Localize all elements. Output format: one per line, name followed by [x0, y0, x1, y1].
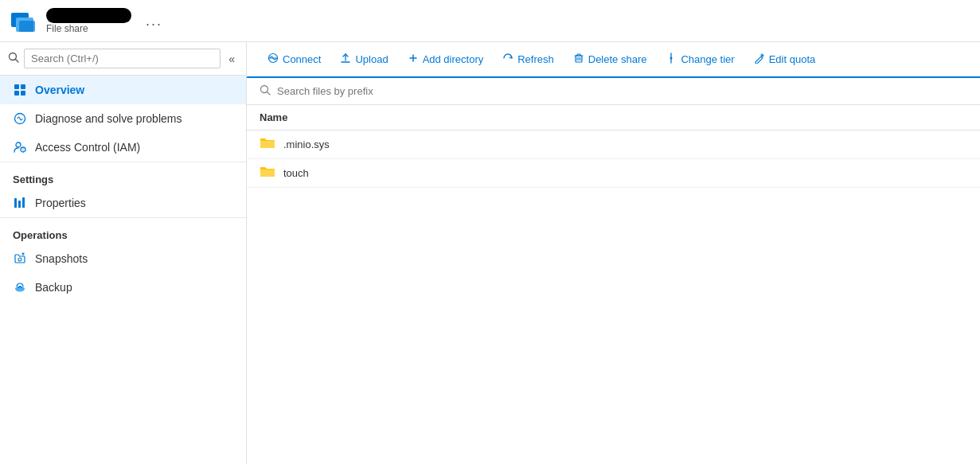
backup-icon [13, 280, 27, 294]
operations-section-label: Operations [0, 217, 246, 244]
svg-line-33 [267, 92, 271, 96]
svg-point-10 [16, 142, 21, 147]
svg-point-17 [18, 258, 21, 261]
svg-rect-8 [21, 91, 25, 96]
settings-section-label: Settings [0, 162, 246, 189]
svg-point-18 [15, 287, 25, 292]
sidebar-properties-label: Properties [35, 197, 86, 209]
file-search-bar [247, 78, 980, 105]
svg-line-4 [16, 60, 19, 63]
top-header: File share ... [0, 0, 980, 42]
change-tier-button[interactable]: Change tier [658, 49, 742, 70]
svg-rect-15 [18, 201, 21, 208]
sidebar-snapshots-label: Snapshots [35, 252, 88, 265]
upload-label: Upload [355, 53, 388, 65]
refresh-label: Refresh [517, 53, 554, 65]
sidebar-item-diagnose[interactable]: Diagnose and solve problems [0, 104, 246, 133]
header-resource-name [46, 8, 131, 23]
connect-icon [267, 53, 279, 66]
edit-quota-icon [754, 53, 765, 66]
add-directory-icon [408, 53, 419, 66]
sidebar-item-iam[interactable]: Access Control (IAM) [0, 133, 246, 162]
search-icon [8, 52, 19, 65]
main-layout: « Overview Diagnose and solve p [0, 42, 980, 464]
sidebar-collapse-button[interactable]: « [225, 51, 238, 67]
connect-button[interactable]: Connect [260, 49, 329, 70]
sidebar: « Overview Diagnose and solve p [0, 42, 247, 464]
file-list: Name .minio.sys touch [247, 105, 980, 464]
add-directory-label: Add directory [423, 53, 484, 65]
sidebar-search-input[interactable] [24, 49, 221, 68]
properties-icon [13, 196, 27, 210]
header-title-group: File share [46, 8, 131, 34]
iam-icon [13, 140, 27, 154]
file-name: .minio.sys [283, 138, 330, 150]
file-row[interactable]: touch [247, 159, 980, 188]
toolbar: Connect Upload [247, 42, 980, 78]
sidebar-item-overview[interactable]: Overview [0, 76, 246, 104]
sidebar-item-properties[interactable]: Properties [0, 189, 246, 217]
change-tier-icon [666, 53, 677, 66]
sidebar-iam-label: Access Control (IAM) [35, 141, 140, 154]
file-search-input[interactable] [277, 85, 967, 97]
refresh-button[interactable]: Refresh [494, 49, 562, 70]
refresh-icon [502, 53, 513, 66]
sidebar-search-bar: « [0, 42, 246, 76]
folder-icon [260, 137, 275, 152]
sidebar-item-snapshots[interactable]: Snapshots [0, 244, 246, 273]
delete-share-button[interactable]: Delete share [565, 49, 655, 70]
folder-icon [260, 166, 275, 181]
file-name: touch [283, 167, 309, 179]
diagnose-icon [13, 111, 27, 126]
snapshots-icon [13, 251, 27, 266]
svg-rect-16 [22, 197, 25, 208]
svg-rect-6 [21, 84, 25, 89]
upload-icon [340, 53, 351, 66]
upload-button[interactable]: Upload [332, 49, 396, 70]
app-icon [10, 6, 38, 35]
name-column-header: Name [260, 111, 287, 123]
sidebar-backup-label: Backup [35, 281, 72, 294]
change-tier-label: Change tier [681, 53, 734, 65]
header-subtitle: File share [46, 23, 131, 34]
overview-icon [13, 83, 27, 97]
connect-label: Connect [283, 53, 321, 65]
edit-quota-label: Edit quota [769, 53, 816, 65]
file-search-icon [260, 84, 271, 98]
file-row[interactable]: .minio.sys [247, 131, 980, 159]
file-list-header: Name [247, 105, 980, 131]
add-directory-button[interactable]: Add directory [400, 49, 492, 70]
delete-share-icon [573, 53, 584, 66]
svg-rect-5 [14, 84, 19, 89]
svg-rect-7 [14, 91, 19, 96]
delete-share-label: Delete share [588, 53, 647, 65]
sidebar-diagnose-label: Diagnose and solve problems [35, 112, 182, 125]
content-area: Connect Upload [247, 42, 980, 464]
sidebar-item-backup[interactable]: Backup [0, 273, 246, 302]
more-options-dots[interactable]: ... [146, 13, 162, 29]
edit-quota-button[interactable]: Edit quota [746, 49, 824, 70]
svg-rect-14 [14, 198, 17, 208]
sidebar-overview-label: Overview [35, 84, 84, 96]
svg-point-11 [21, 147, 25, 152]
svg-rect-2 [19, 21, 35, 32]
svg-point-31 [670, 57, 673, 60]
